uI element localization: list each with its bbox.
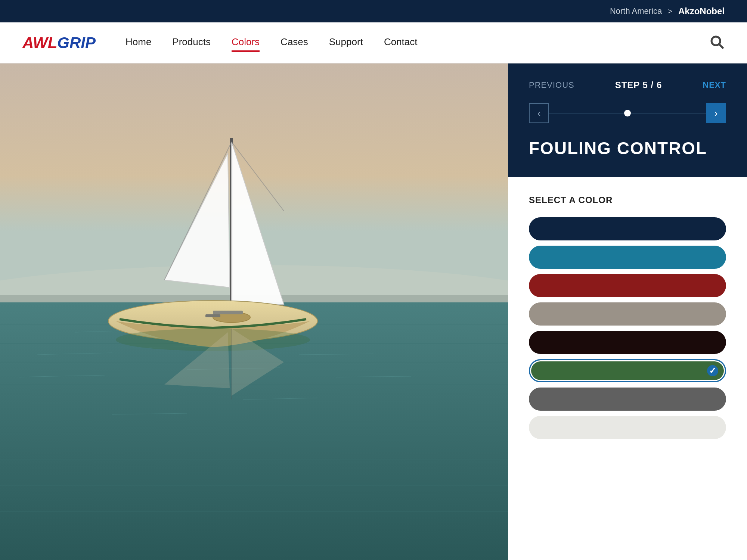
color-selector-body: SELECT A COLOR — [508, 177, 747, 560]
nav-colors[interactable]: Colors — [232, 36, 260, 49]
logo[interactable]: AWLGRIP — [22, 34, 96, 52]
next-button[interactable]: › — [706, 103, 726, 123]
top-bar: North America > AkzoNobel — [0, 0, 747, 22]
color-option-dark-gray[interactable] — [529, 388, 726, 411]
nav-bar: AWLGRIP Home Products Colors Cases Suppo… — [0, 22, 747, 63]
nav-home[interactable]: Home — [125, 36, 151, 49]
color-option-white[interactable] — [529, 416, 726, 439]
boat-section — [0, 63, 508, 560]
logo-awl: AWL — [22, 34, 57, 52]
prev-button[interactable]: ‹ — [529, 103, 549, 123]
select-color-label: SELECT A COLOR — [529, 195, 726, 205]
color-option-gray[interactable] — [529, 302, 726, 326]
color-option-black[interactable] — [529, 331, 726, 354]
svg-point-0 — [712, 37, 720, 45]
nav-products[interactable]: Products — [172, 36, 211, 49]
nav-contact[interactable]: Contact — [384, 36, 418, 49]
svg-line-1 — [719, 44, 723, 48]
search-button[interactable] — [710, 35, 725, 51]
nav-support[interactable]: Support — [329, 36, 363, 49]
step-indicator: STEP 5 / 6 — [615, 80, 662, 90]
step-nav: PREVIOUS STEP 5 / 6 NEXT — [529, 80, 726, 90]
region-label[interactable]: North America — [610, 6, 662, 16]
svg-rect-33 — [213, 311, 243, 314]
section-title: FOULING CONTROL — [529, 138, 726, 158]
main-content: PREVIOUS STEP 5 / 6 NEXT ‹ › FOULING CON… — [0, 63, 747, 560]
next-label: NEXT — [703, 80, 726, 90]
brand-label[interactable]: AkzoNobel — [678, 6, 725, 16]
svg-rect-34 — [205, 314, 220, 317]
boat-scene-svg — [0, 63, 508, 560]
progress-line-right — [631, 113, 706, 113]
progress-line-left — [549, 113, 624, 113]
color-option-green[interactable] — [529, 359, 726, 382]
color-panel: PREVIOUS STEP 5 / 6 NEXT ‹ › FOULING CON… — [508, 63, 747, 560]
panel-header: PREVIOUS STEP 5 / 6 NEXT ‹ › FOULING CON… — [508, 63, 747, 177]
color-option-navy[interactable] — [529, 217, 726, 240]
previous-label: PREVIOUS — [529, 80, 574, 90]
separator: > — [668, 7, 672, 16]
nav-cases[interactable]: Cases — [280, 36, 308, 49]
logo-grip: GRIP — [57, 34, 96, 52]
color-option-teal[interactable] — [529, 246, 726, 269]
step-progress: ‹ › — [529, 103, 726, 123]
color-options — [529, 217, 726, 439]
progress-dot — [624, 110, 631, 116]
search-icon — [710, 35, 725, 50]
color-option-dark-red[interactable] — [529, 274, 726, 297]
nav-links: Home Products Colors Cases Support Conta… — [125, 36, 687, 49]
